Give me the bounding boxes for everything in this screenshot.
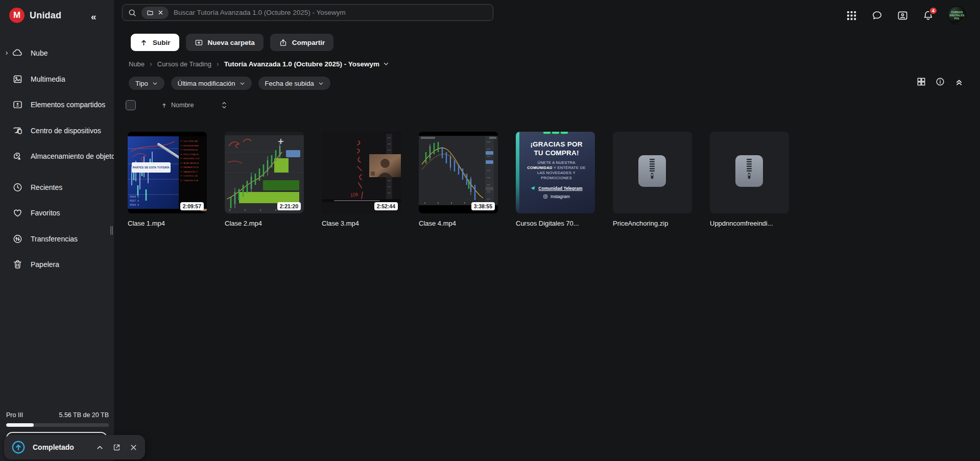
toast-close-icon[interactable] <box>129 443 138 452</box>
sort-ascending-icon <box>161 102 168 109</box>
promo-title-line: TU COMPRA! <box>521 149 592 157</box>
notification-badge: 4 <box>929 7 938 15</box>
share-label: Compartir <box>292 39 325 46</box>
search-bar[interactable] <box>122 4 493 21</box>
chevron-down-icon <box>318 81 324 86</box>
filter-ultima-modificacion[interactable]: Última modificación <box>171 77 252 90</box>
sidebar-item-transferencias[interactable]: Transferencias <box>0 226 114 252</box>
promo-sub-line: PROMOCIONES <box>521 176 592 181</box>
file-card[interactable]: ¡GRACIAS POR TU COMPRA! ÚNETE A NUESTRA … <box>516 132 595 227</box>
sidebar-item-label: Multimedia <box>31 75 65 83</box>
brand[interactable]: M Unidad <box>9 8 61 23</box>
clear-scope-icon[interactable] <box>158 10 163 15</box>
thumbnail-art <box>225 132 304 213</box>
contacts-icon[interactable] <box>897 10 909 21</box>
file-card[interactable]: 10k 2:52:44 Clase 3.mp4 <box>322 132 401 227</box>
sidebar-item-label: Centro de dispositivos <box>31 127 101 135</box>
apps-grid-icon[interactable] <box>846 10 857 21</box>
upload-label: Subir <box>153 39 171 46</box>
promo-edge-art <box>516 132 519 213</box>
upload-button[interactable]: Subir <box>131 34 179 51</box>
breadcrumb-item[interactable]: Nube <box>129 60 145 68</box>
duration-badge: 3:38:55 <box>471 202 495 210</box>
sidebar-item-almacenamiento-objetos[interactable]: Almacenamiento de objetos <box>0 143 114 169</box>
sort-by-name[interactable]: Nombre <box>161 102 194 109</box>
upload-complete-icon <box>11 440 26 454</box>
filter-label: Tipo <box>135 80 148 87</box>
info-icon[interactable] <box>935 77 945 87</box>
folder-plus-icon <box>195 38 203 47</box>
filter-label: Fecha de subida <box>265 80 314 87</box>
filter-tipo[interactable]: Tipo <box>129 77 164 90</box>
sidebar-collapse-icon[interactable]: « <box>91 11 97 22</box>
file-card[interactable]: 0504 A0567 A0504 A ⇦LA OTRA CAR ⇦ENTENDE… <box>128 132 207 227</box>
file-name[interactable]: Clase 3.mp4 <box>322 220 401 227</box>
video-thumbnail: 2:21:20 <box>225 132 304 213</box>
cloud-icon <box>12 48 23 59</box>
chevron-right-icon[interactable] <box>4 51 9 56</box>
brand-name: Unidad <box>30 10 61 21</box>
promo-sub-line: ÚNETE A NUESTRA <box>521 160 592 165</box>
toast-open-transfers-icon[interactable] <box>112 443 121 452</box>
file-card[interactable]: 2:21:20 Clase 2.mp4 <box>225 132 304 227</box>
transfers-icon <box>12 233 23 244</box>
share-button[interactable]: Compartir <box>270 34 334 51</box>
file-card[interactable]: PriceAnchoring.zip <box>613 132 692 227</box>
storage-fill <box>6 423 34 427</box>
storage-meter: Pro III 5.56 TB de 20 TB <box>6 411 109 427</box>
select-all-checkbox[interactable] <box>126 100 136 110</box>
sidebar-resize-handle[interactable] <box>110 226 113 235</box>
sidebar-item-papelera[interactable]: Papelera <box>0 252 114 278</box>
avatar[interactable]: CURSOS DIGITALES FUL <box>948 6 966 25</box>
sort-toggle-icon[interactable] <box>221 101 227 109</box>
breadcrumb-item[interactable]: Cursos de Trading <box>157 60 211 68</box>
sidebar-item-label: Papelera <box>31 260 59 269</box>
new-folder-button[interactable]: Nueva carpeta <box>186 34 264 51</box>
sidebar-item-centro-de-dispositivos[interactable]: Centro de dispositivos <box>0 118 114 144</box>
zip-file-icon <box>638 155 666 187</box>
action-toolbar: Subir Nueva carpeta Compartir <box>131 34 333 51</box>
filter-fecha-de-subida[interactable]: Fecha de subida <box>258 77 330 90</box>
duration-badge: 2:09:57 <box>180 202 204 210</box>
sidebar-item-recientes[interactable]: Recientes <box>0 175 114 201</box>
grid-view-icon[interactable] <box>916 77 926 87</box>
sidebar-item-nube[interactable]: Nube <box>0 40 114 66</box>
duration-badge: 2:52:44 <box>374 202 398 210</box>
trash-icon <box>12 259 23 270</box>
telegram-link-art: Comunidad Telegram <box>521 185 592 191</box>
breadcrumb: Nube › Cursos de Trading › Tutoría Avanz… <box>129 60 389 68</box>
search-scope-chip[interactable] <box>141 7 169 19</box>
file-name[interactable]: Clase 2.mp4 <box>225 220 304 227</box>
avatar-text: FUL <box>954 17 960 20</box>
plan-label: Pro III <box>6 411 23 419</box>
file-name[interactable]: Cursos Digitales 70... <box>516 220 595 227</box>
sidebar-item-elementos-compartidos[interactable]: Elementos compartidos <box>0 92 114 118</box>
toast-label: Completado <box>33 443 87 451</box>
collapse-up-icon[interactable] <box>954 77 964 87</box>
svg-text:0567 A: 0567 A <box>130 199 139 202</box>
shared-items-icon <box>12 100 23 110</box>
toast-collapse-icon[interactable] <box>95 443 104 452</box>
topbar-icons: 4 CURSOS DIGITALES FUL <box>846 6 966 25</box>
file-card[interactable]: 3:38:55 Clase 4.mp4 <box>419 132 498 227</box>
chevron-down-icon <box>152 81 158 86</box>
file-name[interactable]: PriceAnchoring.zip <box>613 220 692 227</box>
duration-badge: 2:21:20 <box>277 202 301 210</box>
sidebar-item-favoritos[interactable]: Favoritos <box>0 200 114 226</box>
thumbnail-art: 10k <box>322 132 401 213</box>
sidebar-item-label: Almacenamiento de objetos <box>31 152 114 160</box>
clock-icon <box>12 182 23 192</box>
file-card[interactable]: Uppdnncomfreeindi... <box>710 132 789 227</box>
svg-text:0504 A: 0504 A <box>130 195 139 198</box>
file-name[interactable]: Uppdnncomfreeindi... <box>710 220 789 227</box>
zip-thumbnail <box>613 132 692 213</box>
notifications-button[interactable]: 4 <box>922 10 934 21</box>
sidebar-item-multimedia[interactable]: Multimedia <box>0 66 114 92</box>
breadcrumb-current[interactable]: Tutoría Avanzada 1.0 (Octubre 2025) - Yo… <box>224 60 389 68</box>
transfer-toast[interactable]: Completado <box>4 435 145 459</box>
chat-icon[interactable] <box>871 10 883 21</box>
file-name[interactable]: Clase 4.mp4 <box>419 220 498 227</box>
zip-thumbnail <box>710 132 789 213</box>
file-name[interactable]: Clase 1.mp4 <box>128 220 207 227</box>
search-input[interactable] <box>174 9 488 16</box>
